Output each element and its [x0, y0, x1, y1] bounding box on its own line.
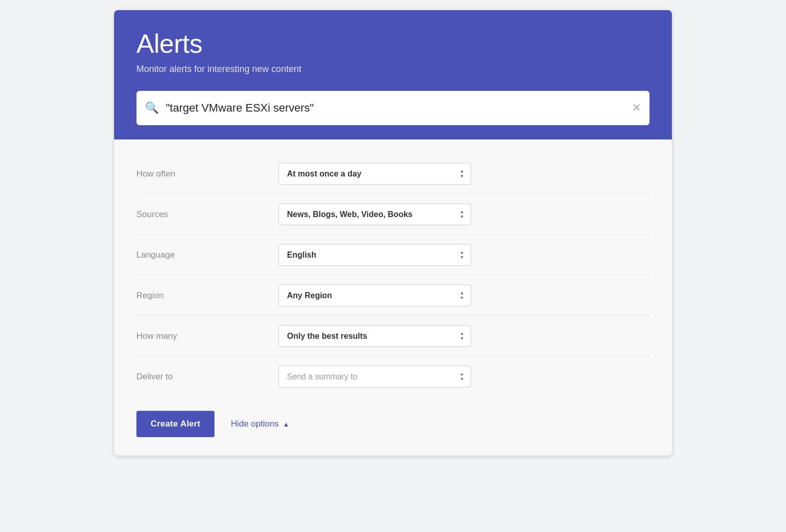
region-select[interactable]: Any Region United States United Kingdom …: [278, 285, 471, 306]
deliver-to-label: Deliver to: [136, 372, 278, 382]
page-subtitle: Monitor alerts for interesting new conte…: [136, 64, 650, 75]
options-section: How often As-it-happens At most once a d…: [114, 139, 672, 397]
page-title: Alerts: [136, 28, 650, 59]
how-many-select-wrapper: Only the best results All results: [278, 325, 471, 347]
region-row: Region Any Region United States United K…: [136, 275, 650, 316]
sources-select-wrapper: Automatic News, Blogs, Web, Video, Books: [278, 203, 471, 225]
how-many-row: How many Only the best results All resul…: [136, 316, 650, 357]
create-alert-button[interactable]: Create Alert: [136, 411, 215, 437]
language-row: Language Any Language English French Ger…: [136, 235, 650, 275]
how-often-row: How often As-it-happens At most once a d…: [136, 154, 650, 194]
how-many-label: How many: [136, 331, 278, 341]
region-label: Region: [136, 291, 278, 301]
search-bar: 🔍 ✕: [136, 91, 650, 125]
main-container: Alerts Monitor alerts for interesting ne…: [114, 10, 672, 455]
sources-label: Sources: [136, 209, 278, 220]
how-often-label: How often: [136, 169, 278, 179]
how-often-select[interactable]: As-it-happens At most once a day At most…: [278, 163, 471, 185]
header-section: Alerts Monitor alerts for interesting ne…: [114, 10, 672, 91]
language-select[interactable]: Any Language English French German Spani…: [278, 244, 471, 266]
language-select-wrapper: Any Language English French German Spani…: [278, 244, 471, 266]
actions-row: Create Alert Hide options ▲: [114, 397, 672, 455]
hide-options-label: Hide options: [231, 419, 279, 429]
sources-row: Sources Automatic News, Blogs, Web, Vide…: [136, 194, 650, 235]
deliver-to-row: Deliver to Send a summary to: [136, 357, 650, 397]
region-select-wrapper: Any Region United States United Kingdom …: [278, 285, 471, 306]
search-input[interactable]: [166, 101, 632, 115]
chevron-up-icon: ▲: [283, 420, 290, 428]
how-often-select-wrapper: As-it-happens At most once a day At most…: [278, 163, 471, 185]
sources-select[interactable]: Automatic News, Blogs, Web, Video, Books: [278, 203, 471, 225]
hide-options-button[interactable]: Hide options ▲: [231, 419, 289, 429]
deliver-to-select[interactable]: Send a summary to: [278, 366, 471, 387]
how-many-select[interactable]: Only the best results All results: [278, 325, 471, 347]
search-icon: 🔍: [145, 101, 159, 115]
deliver-to-select-wrapper: Send a summary to: [278, 366, 471, 387]
search-bar-wrapper: 🔍 ✕: [114, 91, 672, 139]
close-icon[interactable]: ✕: [632, 101, 641, 115]
language-label: Language: [136, 250, 278, 260]
